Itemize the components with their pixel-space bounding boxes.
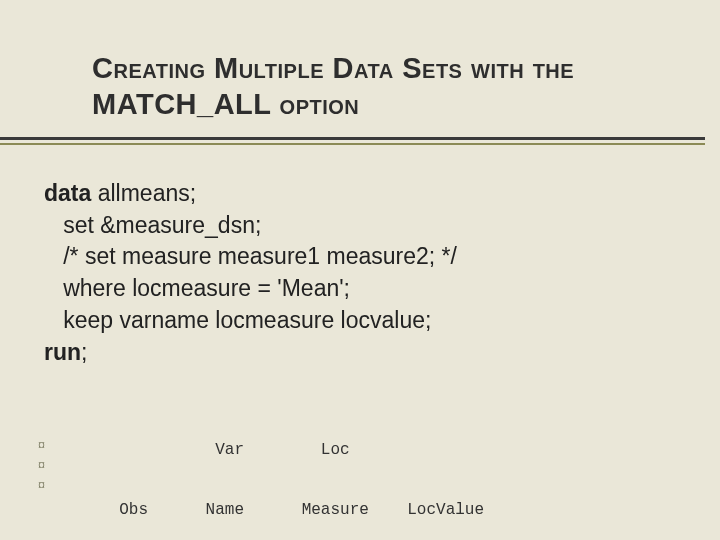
title-block: Creating Multiple Data Sets with the MAT… [92,50,680,123]
divider-dark [0,137,705,140]
title-line-2: MATCH_ALL option [92,88,359,120]
bullet-icon: ¤ [38,476,45,496]
table-header-2: Obs Name Measure LocValue [100,500,484,520]
bullet-icon: ¤ [38,456,45,476]
code-line-2: set &measure_dsn; [44,210,690,242]
divider-olive [0,143,705,145]
output-table: Var Loc Obs Name Measure LocValue 1 weig… [100,400,484,540]
keyword-run: run [44,339,81,365]
table-header-1: Var Loc [100,440,484,460]
code-block: data allmeans; set &measure_dsn; /* set … [44,178,690,368]
code-line-6: run; [44,337,690,369]
code-line-3: /* set measure measure1 measure2; */ [44,241,690,273]
slide: Creating Multiple Data Sets with the MAT… [0,0,720,540]
code-line-1: data allmeans; [44,178,690,210]
code-line-4: where locmeasure = 'Mean'; [44,273,690,305]
bullet-column: ¤ ¤ ¤ [38,436,45,496]
code-text: allmeans; [91,180,196,206]
bullet-icon: ¤ [38,436,45,456]
code-line-5: keep varname locmeasure locvalue; [44,305,690,337]
keyword-data: data [44,180,91,206]
slide-title: Creating Multiple Data Sets with the MAT… [92,50,680,123]
code-text: ; [81,339,87,365]
title-line-1: Creating Multiple Data Sets with the [92,52,574,84]
